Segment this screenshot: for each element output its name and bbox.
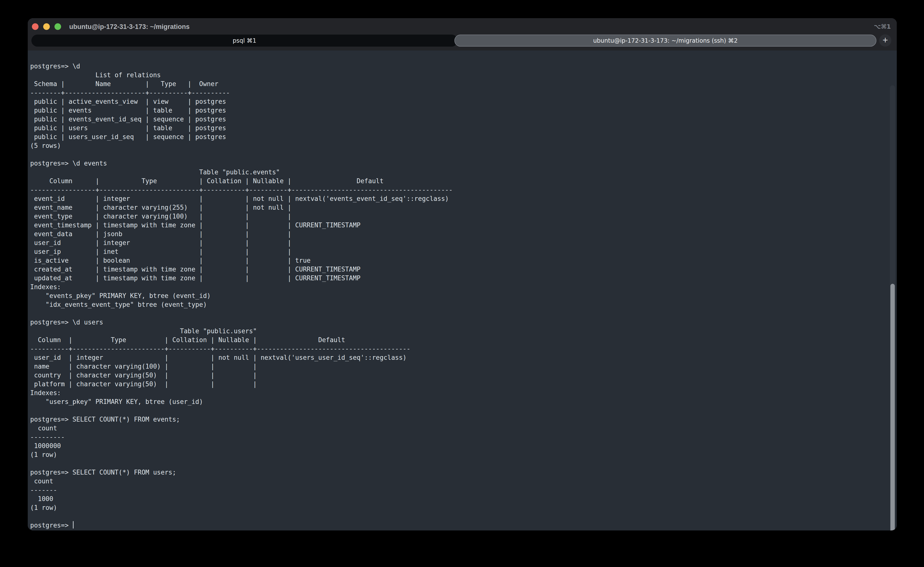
terminal-window: ubuntu@ip-172-31-3-173: ~/migrations ⌥⌘1… bbox=[28, 18, 897, 531]
window-shortcut-badge: ⌥⌘1 bbox=[874, 18, 891, 35]
terminal-prompt: postgres=> bbox=[30, 522, 72, 529]
terminal-transcript: postgres=> \d List of relations Schema |… bbox=[30, 62, 897, 512]
tab-ssh-session-label: ubuntu@ip-172-31-3-173: ~/migrations (ss… bbox=[593, 37, 738, 44]
new-tab-button[interactable]: + bbox=[879, 34, 891, 46]
text-cursor bbox=[73, 521, 74, 528]
terminal-content[interactable]: postgres=> \d List of relations Schema |… bbox=[28, 51, 897, 531]
zoom-button[interactable] bbox=[54, 23, 61, 30]
scrollbar-thumb[interactable] bbox=[890, 284, 895, 531]
terminal-prompt-line: postgres=> bbox=[30, 521, 897, 530]
window-chrome[interactable]: ubuntu@ip-172-31-3-173: ~/migrations ⌥⌘1… bbox=[28, 18, 897, 51]
close-button[interactable] bbox=[32, 23, 39, 30]
tab-ssh-session[interactable]: ubuntu@ip-172-31-3-173: ~/migrations (ss… bbox=[454, 34, 876, 46]
minimize-button[interactable] bbox=[43, 23, 50, 30]
window-title: ubuntu@ip-172-31-3-173: ~/migrations bbox=[69, 18, 190, 35]
tab-psql-label: psql ⌘1 bbox=[233, 37, 256, 44]
tab-psql[interactable]: psql ⌘1 bbox=[32, 34, 458, 46]
terminal-text-area: postgres=> \d List of relations Schema |… bbox=[28, 51, 897, 531]
